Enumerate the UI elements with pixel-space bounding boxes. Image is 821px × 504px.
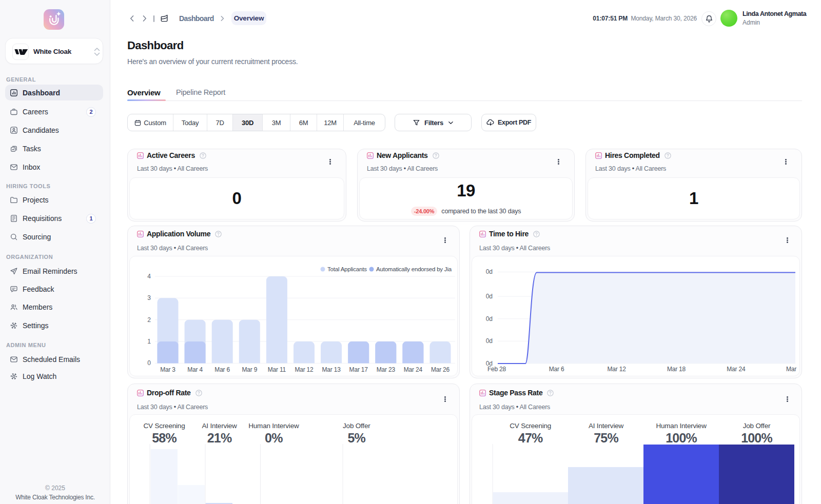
svg-text:Mar 13: Mar 13: [322, 366, 341, 373]
svg-text:4: 4: [147, 273, 151, 280]
svg-text:0: 0: [147, 359, 151, 367]
svg-text:Mar 3: Mar 3: [160, 366, 175, 373]
svg-text:0d: 0d: [486, 268, 493, 275]
svg-text:Mar 12: Mar 12: [295, 366, 314, 373]
svg-text:Mar 12: Mar 12: [608, 366, 627, 373]
svg-text:0d: 0d: [486, 315, 493, 322]
svg-text:1: 1: [147, 338, 151, 345]
svg-text:Mar 4: Mar 4: [187, 366, 203, 373]
svg-text:Mar 24: Mar 24: [727, 366, 746, 373]
svg-text:0d: 0d: [486, 337, 493, 345]
svg-text:Mar 17: Mar 17: [349, 366, 368, 373]
svg-text:0d: 0d: [486, 293, 493, 300]
svg-text:Mar 24: Mar 24: [404, 366, 423, 373]
svg-text:Mar 23: Mar 23: [377, 366, 396, 373]
svg-text:3: 3: [147, 294, 151, 301]
svg-text:Mar 11: Mar 11: [268, 366, 286, 373]
svg-text:Mar 18: Mar 18: [667, 366, 686, 373]
svg-text:2: 2: [147, 316, 151, 324]
svg-text:Mar 26: Mar 26: [431, 366, 450, 373]
svg-text:Total Applicants: Total Applicants: [327, 266, 367, 272]
svg-text:Automatically endorsed by Jia: Automatically endorsed by Jia: [376, 266, 452, 272]
svg-text:Mar 6: Mar 6: [549, 366, 564, 373]
svg-text:Mar 6: Mar 6: [214, 366, 230, 373]
svg-text:Mar 9: Mar 9: [242, 366, 257, 373]
svg-text:Mar: Mar: [786, 366, 796, 373]
svg-text:Feb 28: Feb 28: [487, 366, 506, 373]
